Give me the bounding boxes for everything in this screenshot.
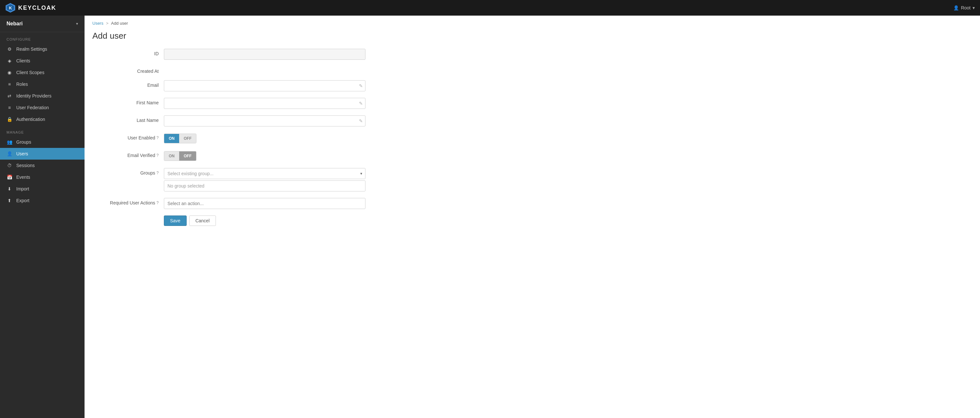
clients-icon: ◈: [6, 58, 12, 64]
sidebar-item-realm-settings[interactable]: ⚙ Realm Settings: [0, 43, 84, 55]
sidebar-item-export[interactable]: ⬆ Export: [0, 195, 84, 207]
first-name-label: First Name: [92, 98, 164, 105]
email-verified-label: Email Verified ?: [92, 151, 164, 158]
sidebar-item-label: Export: [16, 198, 29, 203]
sidebar-item-client-scopes[interactable]: ◉ Client Scopes: [0, 67, 84, 78]
sidebar-item-roles[interactable]: ≡ Roles: [0, 78, 84, 90]
add-user-form: ID Created At Email: [84, 49, 377, 239]
manage-section-label: Manage: [0, 125, 84, 136]
groups-help-icon[interactable]: ?: [156, 171, 159, 175]
email-input-wrapper: ✎: [164, 80, 366, 91]
user-icon: 👤: [953, 5, 959, 10]
configure-section-label: Configure: [0, 32, 84, 43]
sidebar-item-identity-providers[interactable]: ⇄ Identity Providers: [0, 90, 84, 102]
client-scopes-icon: ◉: [6, 70, 12, 75]
sidebar-item-label: Events: [16, 175, 30, 180]
user-menu[interactable]: 👤 Root ▾: [953, 5, 975, 10]
app-body: Nebari ▾ Configure ⚙ Realm Settings ◈ Cl…: [0, 16, 980, 418]
svg-text:K: K: [9, 6, 12, 10]
email-field-group: Email ✎: [92, 80, 369, 91]
required-actions-help-icon[interactable]: ?: [156, 200, 159, 205]
sidebar-item-label: Groups: [16, 140, 31, 145]
user-federation-icon: ≡: [6, 105, 12, 110]
save-button[interactable]: Save: [164, 216, 187, 226]
user-enabled-toggle-switch[interactable]: ON OFF: [164, 134, 196, 143]
sidebar: Nebari ▾ Configure ⚙ Realm Settings ◈ Cl…: [0, 16, 84, 418]
email-verified-toggle[interactable]: ON OFF: [164, 151, 366, 162]
navbar-brand-text: KEYCLOAK: [18, 5, 56, 11]
email-verified-control: ON OFF: [164, 151, 366, 162]
sidebar-item-import[interactable]: ⬇ Import: [0, 183, 84, 195]
groups-field-group: Groups ? Select existing group... ▾ No g…: [92, 168, 369, 191]
breadcrumb-separator: >: [106, 21, 108, 26]
realm-name: Nebari: [6, 21, 23, 27]
sidebar-item-label: Import: [16, 186, 29, 191]
first-name-field-group: First Name ✎: [92, 98, 369, 109]
user-enabled-label: User Enabled ?: [92, 133, 164, 140]
groups-label: Groups ?: [92, 168, 164, 175]
keycloak-logo-icon: K: [5, 3, 16, 13]
email-verified-on-part[interactable]: ON: [164, 151, 179, 161]
last-name-edit-icon: ✎: [359, 118, 363, 124]
realm-selector[interactable]: Nebari ▾: [0, 16, 84, 32]
sidebar-item-label: Realm Settings: [16, 46, 47, 52]
first-name-edit-icon: ✎: [359, 101, 363, 106]
user-caret-icon: ▾: [972, 5, 975, 10]
user-enabled-toggle[interactable]: ON OFF: [164, 133, 366, 144]
email-edit-icon: ✎: [359, 83, 363, 88]
required-actions-input[interactable]: [164, 198, 366, 209]
user-enabled-on-part[interactable]: ON: [164, 134, 179, 143]
first-name-input[interactable]: [164, 98, 366, 109]
breadcrumb-users-link[interactable]: Users: [92, 21, 103, 26]
sidebar-item-users[interactable]: 👤 Users: [0, 148, 84, 160]
last-name-input[interactable]: [164, 115, 366, 126]
sidebar-item-label: Roles: [16, 82, 28, 87]
groups-container: Select existing group... ▾ No group sele…: [164, 168, 366, 191]
last-name-label: Last Name: [92, 115, 164, 123]
breadcrumb-current: Add user: [111, 21, 128, 26]
id-field-group: ID: [92, 49, 369, 60]
id-label: ID: [92, 49, 164, 56]
users-icon: 👤: [6, 151, 12, 156]
required-actions-field-group: Required User Actions ?: [92, 198, 369, 209]
sidebar-item-user-federation[interactable]: ≡ User Federation: [0, 102, 84, 113]
email-verified-help-icon[interactable]: ?: [156, 153, 159, 157]
sidebar-item-authentication[interactable]: 🔒 Authentication: [0, 113, 84, 125]
sidebar-item-label: Identity Providers: [16, 93, 51, 99]
sidebar-item-label: User Federation: [16, 105, 49, 110]
sidebar-item-label: Users: [16, 151, 28, 156]
email-input[interactable]: [164, 80, 366, 91]
created-at-field-group: Created At: [92, 66, 369, 74]
user-enabled-help-icon[interactable]: ?: [156, 135, 159, 140]
id-input[interactable]: [164, 49, 366, 60]
email-verified-toggle-switch[interactable]: ON OFF: [164, 151, 196, 161]
cancel-button[interactable]: Cancel: [189, 216, 216, 226]
email-label: Email: [92, 80, 164, 88]
required-actions-control: [164, 198, 366, 209]
events-icon: 📅: [6, 175, 12, 180]
sidebar-item-label: Authentication: [16, 117, 45, 122]
first-name-input-wrapper: ✎: [164, 98, 366, 109]
roles-icon: ≡: [6, 82, 12, 87]
email-verified-off-part[interactable]: OFF: [179, 151, 196, 161]
brand: K KEYCLOAK: [5, 3, 56, 13]
sidebar-item-sessions[interactable]: ⏱ Sessions: [0, 160, 84, 171]
identity-providers-icon: ⇄: [6, 93, 12, 99]
user-enabled-field-group: User Enabled ? ON OFF: [92, 133, 369, 144]
sidebar-item-label: Sessions: [16, 163, 35, 168]
first-name-control: ✎: [164, 98, 366, 109]
user-enabled-off-part[interactable]: OFF: [179, 134, 196, 143]
sidebar-item-label: Clients: [16, 58, 30, 64]
groups-control: Select existing group... ▾ No group sele…: [164, 168, 366, 191]
form-actions: Save Cancel: [92, 216, 369, 226]
realm-caret-icon: ▾: [76, 21, 78, 26]
sidebar-item-clients[interactable]: ◈ Clients: [0, 55, 84, 67]
last-name-input-wrapper: ✎: [164, 115, 366, 126]
sidebar-item-groups[interactable]: 👥 Groups: [0, 136, 84, 148]
import-icon: ⬇: [6, 186, 12, 191]
groups-select[interactable]: Select existing group...: [164, 168, 366, 179]
user-label: Root: [961, 5, 970, 10]
navbar: K KEYCLOAK 👤 Root ▾: [0, 0, 980, 16]
required-actions-label: Required User Actions ?: [92, 198, 164, 205]
sidebar-item-events[interactable]: 📅 Events: [0, 171, 84, 183]
